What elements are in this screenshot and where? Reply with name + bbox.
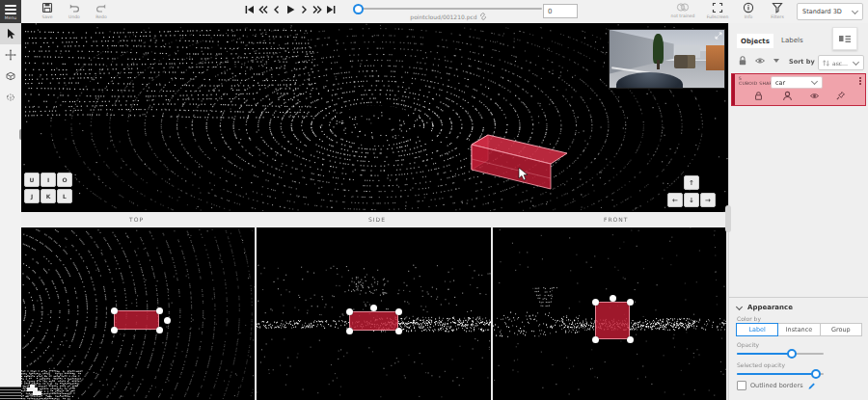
handle-front-bl[interactable] [592, 336, 599, 343]
save-label: Save [41, 14, 52, 19]
handle-front-br[interactable] [627, 336, 634, 343]
outlined-borders-checkbox[interactable] [737, 381, 746, 390]
panel-collapse-handle[interactable] [725, 205, 731, 232]
lock-all-button[interactable] [737, 55, 748, 67]
handle-side-bl[interactable] [346, 328, 353, 334]
color-by-label-text: Label [748, 326, 766, 333]
hotkey-o[interactable]: O [57, 173, 72, 187]
color-by-group-button[interactable]: Group [821, 323, 862, 336]
side-ortho-view[interactable] [257, 227, 491, 400]
cuboid-rect-top-view[interactable] [114, 310, 159, 330]
color-by-label: Color by [737, 315, 761, 322]
hotkey-i[interactable]: I [41, 173, 56, 187]
cuboid-batch-tool-button[interactable] [0, 87, 21, 108]
info-button[interactable]: Info [737, 0, 760, 23]
forward-button[interactable] [312, 3, 323, 16]
opacity-slider-handle[interactable] [787, 349, 797, 359]
handle-front-tr[interactable] [627, 299, 634, 306]
handle-top-bl[interactable] [111, 327, 118, 333]
object-lock-button[interactable] [753, 91, 764, 101]
appearance-header[interactable]: Appearance [737, 304, 793, 311]
handle-top-br[interactable] [156, 327, 163, 333]
filters-label: Filters [771, 14, 784, 19]
ml-assist-button[interactable]: not trained [668, 0, 697, 23]
handle-top-tr[interactable] [156, 307, 163, 314]
cuboid-tool-button[interactable] [0, 66, 21, 87]
cuboid-rect-front-view[interactable] [595, 302, 630, 339]
hotkey-j[interactable]: J [24, 189, 40, 203]
cuboid-rect-side-view[interactable] [349, 311, 398, 331]
skip-last-button[interactable] [325, 3, 337, 16]
color-by-instance-text: Instance [786, 326, 813, 333]
frame-slider-track[interactable] [357, 8, 542, 10]
top-ortho-view[interactable] [21, 227, 255, 400]
visibility-all-button[interactable] [754, 55, 766, 67]
tab-objects[interactable]: Objects [737, 34, 773, 48]
previous-frame-button[interactable] [271, 3, 283, 16]
up-arrow-icon: ↑ [689, 179, 694, 187]
next-frame-button[interactable] [298, 3, 310, 16]
pan-tool-button[interactable] [0, 44, 21, 66]
edit-pencil-icon[interactable] [807, 382, 816, 390]
hotkey-k[interactable]: K [41, 189, 56, 203]
handle-side-rotate[interactable] [370, 305, 377, 311]
frame-number-input[interactable] [543, 4, 578, 18]
hotkey-i-label: I [47, 176, 49, 183]
selected-opacity-slider[interactable] [737, 369, 824, 379]
select-tool-button[interactable] [0, 23, 21, 44]
skip-first-button[interactable] [244, 3, 256, 16]
view-mode-value: Standard 3D [802, 8, 853, 15]
expand-icon[interactable] [715, 32, 722, 40]
expand-list-button[interactable] [773, 59, 779, 63]
handle-top-tl[interactable] [111, 307, 118, 314]
camera-thumbnail[interactable] [609, 29, 725, 89]
nav-left-button[interactable]: ← [667, 193, 683, 207]
object-track-button[interactable] [782, 91, 793, 101]
handle-front-tl[interactable] [592, 299, 599, 306]
main-3d-viewport[interactable]: U I O J K L ↑ ← ↓ → [21, 23, 728, 212]
playback-controls [244, 3, 337, 16]
category-select[interactable]: car [771, 76, 823, 89]
hotkey-j-label: J [31, 193, 33, 200]
handle-side-tl[interactable] [346, 308, 353, 315]
hotkey-l[interactable]: L [57, 189, 72, 203]
sort-order-select[interactable]: asc… [818, 55, 864, 70]
fullscreen-button[interactable]: Fullscreen [706, 0, 729, 23]
top-view-label: TOP [129, 216, 144, 223]
color-by-instance-button[interactable]: Instance [778, 323, 820, 336]
front-ortho-view[interactable] [493, 227, 726, 400]
cuboid-icon [5, 70, 16, 82]
fullscreen-label: Fullscreen [707, 14, 729, 19]
play-button[interactable] [285, 3, 296, 16]
handle-side-br[interactable] [395, 328, 402, 334]
nav-down-button[interactable]: ↓ [684, 193, 699, 207]
handle-front-rotate[interactable] [610, 295, 616, 302]
selected-opacity-slider-handle[interactable] [811, 369, 821, 379]
undo-button[interactable]: Undo [62, 0, 87, 23]
object-pin-button[interactable] [835, 91, 846, 101]
tab-labels[interactable]: Labels [781, 37, 803, 44]
link-icon[interactable] [479, 13, 487, 20]
hotkey-u[interactable]: U [24, 173, 40, 187]
sort-by-label: Sort by [789, 58, 815, 66]
person-icon [782, 91, 793, 101]
object-visibility-button[interactable] [809, 91, 820, 101]
outlined-borders-label: Outlined borders [750, 382, 803, 389]
opacity-slider[interactable] [737, 349, 824, 359]
handle-side-tr[interactable] [395, 308, 402, 315]
caret-down-icon [773, 59, 779, 63]
color-by-label-button[interactable]: Label [736, 323, 778, 336]
rewind-button[interactable] [258, 3, 269, 16]
object-list-item-car[interactable]: 5 CUBOID SHAPE car [731, 73, 866, 106]
nav-right-button[interactable]: → [700, 193, 716, 207]
handle-top-rotate[interactable] [164, 317, 171, 324]
nav-up-button[interactable]: ↑ [684, 175, 699, 190]
redo-icon [95, 2, 107, 13]
menu-button[interactable]: Menu [0, 0, 21, 23]
view-mode-select[interactable]: Standard 3D [797, 3, 863, 20]
redo-button[interactable]: Redo [89, 0, 114, 23]
panel-toggle-button[interactable] [832, 27, 857, 50]
filters-button[interactable]: Filters [766, 0, 789, 23]
save-button[interactable]: Save [35, 0, 60, 23]
object-menu-button[interactable] [857, 77, 863, 85]
